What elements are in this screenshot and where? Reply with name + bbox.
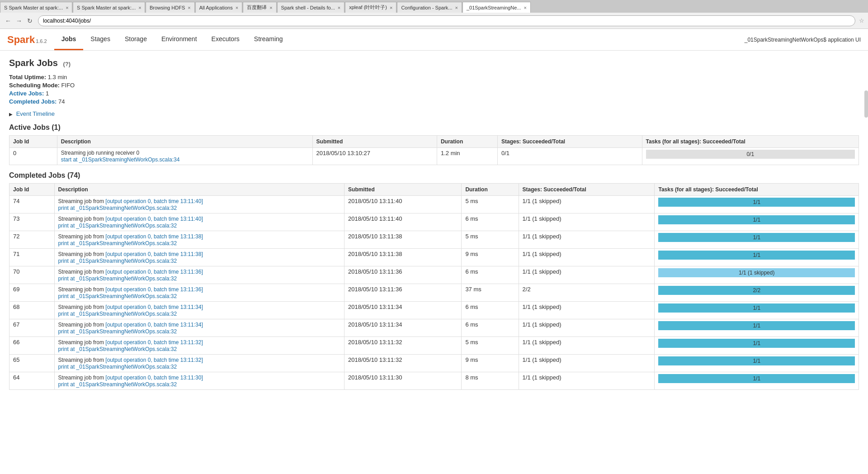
desc-link-print[interactable]: print at _01SparkStreamingNetWorkOps.sca… [58, 346, 177, 352]
desc-link-batch[interactable]: [output operation 0, batch time 13:11:36… [105, 269, 203, 275]
tab-close-6[interactable]: × [338, 5, 340, 10]
desc-link-print[interactable]: print at _01SparkStreamingNetWorkOps.sca… [58, 240, 177, 246]
submitted-cell: 2018/05/10 13:11:40 [344, 213, 462, 231]
duration-cell: 5 ms [462, 337, 519, 355]
completed-jobs-link[interactable]: Completed Jobs: [9, 98, 57, 105]
table-row: 65 Streaming job from [output operation … [9, 355, 859, 372]
tasks-cell: 1/1 [655, 337, 859, 355]
app-title: _01SparkStreamingNetWorkOps$ application… [745, 37, 868, 43]
tab-close-4[interactable]: × [236, 5, 238, 10]
forward-button[interactable]: → [14, 16, 24, 25]
table-row: 74 Streaming job from [output operation … [9, 196, 859, 213]
stages-cell: 1/1 (1 skipped) [519, 196, 655, 213]
progress-bar-container: 0/1 [646, 150, 855, 159]
progress-bar-container: 2/2 [658, 286, 855, 295]
desc-link-print[interactable]: print at _01SparkStreamingNetWorkOps.sca… [58, 223, 177, 229]
col-stages: Stages: Succeeded/Total [497, 136, 642, 148]
stages-cell: 1/1 (1 skipped) [519, 337, 655, 355]
tab-github[interactable]: xpleaf (叶叶叶子) × [345, 2, 396, 13]
desc-link-print[interactable]: print at _01SparkStreamingNetWorkOps.sca… [58, 275, 177, 282]
tasks-cell: 1/1 [655, 196, 859, 213]
desc-link-print[interactable]: print at _01SparkStreamingNetWorkOps.sca… [58, 205, 177, 211]
desc-link-batch[interactable]: [output operation 0, batch time 13:11:34… [105, 304, 203, 310]
nav-tab-executors[interactable]: Executors [204, 29, 247, 50]
nav-tab-jobs[interactable]: Jobs [54, 29, 84, 50]
desc-text: Streaming job from [58, 357, 106, 363]
nav-tab-environment[interactable]: Environment [154, 29, 204, 50]
event-timeline-link[interactable]: ▶ Event Timeline [9, 110, 55, 117]
desc-text: Streaming job from [58, 269, 106, 275]
progress-bar-container: 1/1 [658, 356, 855, 365]
progress-text: 1/1 [658, 339, 855, 348]
desc-link-print[interactable]: print at _01SparkStreamingNetWorkOps.sca… [58, 381, 177, 388]
active-jobs-link[interactable]: Active Jobs: [9, 90, 44, 97]
desc-link-batch[interactable]: [output operation 0, batch time 13:11:34… [105, 322, 203, 328]
tab-all-applications[interactable]: All Applications × [195, 2, 242, 13]
col-tasks: Tasks (for all stages): Succeeded/Total [642, 136, 859, 148]
desc-link-batch[interactable]: [output operation 0, batch time 13:11:38… [105, 233, 203, 240]
desc-link-print[interactable]: print at _01SparkStreamingNetWorkOps.sca… [58, 258, 177, 264]
desc-link-batch[interactable]: [output operation 0, batch time 13:11:32… [105, 339, 203, 346]
tab-browsing-hdfs[interactable]: Browsing HDFS × [146, 2, 195, 13]
nav-tab-streaming[interactable]: Streaming [247, 29, 290, 50]
tab-spark-shell[interactable]: Spark shell - Details fo... × [277, 2, 345, 13]
tasks-cell: 1/1 (1 skipped) [655, 266, 859, 284]
desc-text: Streaming job running receiver 0 [61, 150, 309, 156]
page-title: Spark Jobs (?) [9, 58, 859, 68]
desc-link-print[interactable]: print at _01SparkStreamingNetWorkOps.sca… [58, 311, 177, 317]
progress-text: 1/1 [658, 374, 855, 383]
tasks-cell: 1/1 [655, 372, 859, 390]
progress-bar-container: 1/1 [658, 233, 855, 242]
scheduling-mode-val: FIFO [61, 82, 75, 89]
help-link[interactable]: (?) [63, 61, 71, 67]
desc-link-batch[interactable]: [output operation 0, batch time 13:11:40… [105, 198, 203, 204]
duration-cell: 6 ms [462, 319, 519, 337]
desc-link[interactable]: start at _01SparkStreamingNetWorkOps.sca… [61, 156, 180, 163]
progress-text: 1/1 [658, 303, 855, 313]
col-duration-c: Duration [462, 184, 519, 196]
nav-tab-stages[interactable]: Stages [83, 29, 118, 50]
scheduling-mode-row: Scheduling Mode: FIFO [9, 82, 859, 89]
stages-cell: 1/1 (1 skipped) [519, 372, 655, 390]
desc-text: Streaming job from [58, 304, 106, 310]
description-cell: Streaming job from [output operation 0, … [54, 266, 344, 284]
tab-spark-master-1[interactable]: S Spark Master at spark:... × [0, 2, 72, 13]
desc-text: Streaming job from [58, 374, 106, 381]
stages-cell: 1/1 (1 skipped) [519, 302, 655, 319]
tasks-cell: 1/1 [655, 249, 859, 266]
desc-link-print[interactable]: print at _01SparkStreamingNetWorkOps.sca… [58, 364, 177, 370]
nav-tab-storage[interactable]: Storage [118, 29, 154, 50]
stages-cell: 1/1 (1 skipped) [519, 319, 655, 337]
tab-baidu[interactable]: 百度翻译 × [243, 2, 276, 13]
desc-link-batch[interactable]: [output operation 0, batch time 13:11:36… [105, 286, 203, 293]
reload-button[interactable]: ↻ [25, 16, 34, 25]
table-row: 68 Streaming job from [output operation … [9, 302, 859, 319]
desc-link-batch[interactable]: [output operation 0, batch time 13:11:38… [105, 251, 203, 257]
tab-close-3[interactable]: × [188, 5, 190, 10]
back-button[interactable]: ← [4, 16, 13, 25]
tab-close-2[interactable]: × [138, 5, 141, 10]
tab-close-7[interactable]: × [390, 5, 392, 10]
tab-close-9[interactable]: × [524, 5, 526, 10]
desc-link-batch[interactable]: [output operation 0, batch time 13:11:40… [105, 216, 203, 222]
duration-cell: 1.2 min [437, 148, 497, 165]
duration-cell: 6 ms [462, 213, 519, 231]
desc-link-batch[interactable]: [output operation 0, batch time 13:11:32… [105, 357, 203, 363]
desc-link-batch[interactable]: [output operation 0, batch time 13:11:30… [105, 374, 203, 381]
bookmark-icon[interactable]: ☆ [859, 17, 864, 24]
tab-close-8[interactable]: × [455, 5, 458, 10]
tab-close-1[interactable]: × [66, 5, 68, 10]
scrollbar[interactable] [864, 90, 868, 118]
progress-bar-container: 1/1 [658, 198, 855, 207]
duration-cell: 8 ms [462, 372, 519, 390]
desc-link-print[interactable]: print at _01SparkStreamingNetWorkOps.sca… [58, 293, 177, 299]
table-row: 69 Streaming job from [output operation … [9, 284, 859, 302]
tab-streaming-active[interactable]: _01SparkStreamingNe... × [462, 2, 531, 13]
tab-close-5[interactable]: × [269, 5, 272, 10]
desc-text: Streaming job from [58, 233, 106, 240]
tab-configuration[interactable]: Configuration - Spark... × [397, 2, 462, 13]
tab-spark-master-2[interactable]: S Spark Master at spark:... × [73, 2, 145, 13]
total-uptime-row: Total Uptime: 1.3 min [9, 74, 859, 81]
desc-link-print[interactable]: print at _01SparkStreamingNetWorkOps.sca… [58, 328, 177, 335]
url-input[interactable] [38, 15, 855, 26]
